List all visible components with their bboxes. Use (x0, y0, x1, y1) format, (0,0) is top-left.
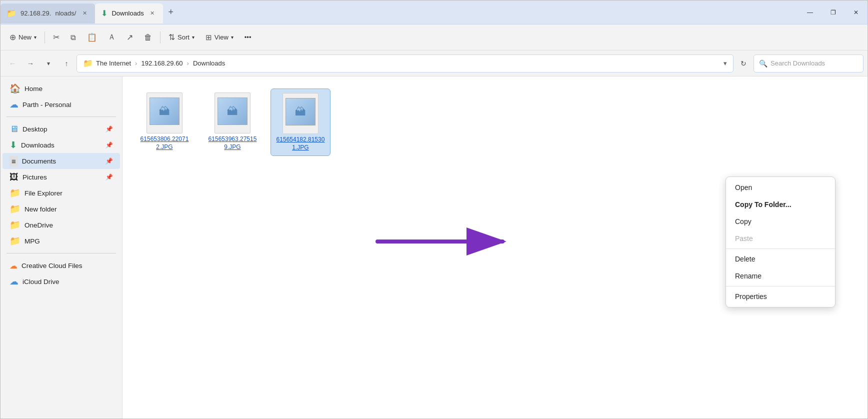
ctx-rename-label: Rename (735, 272, 762, 280)
desktop-icon: 🖥 (10, 124, 18, 134)
file-item-selected[interactable]: 🏔 615654182.815301.JPG (270, 88, 330, 156)
file-thumbnail: 🏔 (212, 92, 252, 132)
sidebar-item-onedrive[interactable]: 📁 OneDrive (2, 217, 120, 233)
tab1-close-btn[interactable]: ✕ (80, 9, 89, 18)
delete-button[interactable]: 🗑 (139, 28, 157, 46)
home-icon: 🏠 (10, 83, 20, 94)
tab1-label: 92.168.29. (20, 10, 51, 17)
sort-label: Sort (178, 34, 190, 41)
sidebar-item-home[interactable]: 🏠 Home (2, 80, 120, 96)
files-grid: 🏔 615653806.220712.JPG 🏔 615653963.27515… (134, 88, 856, 156)
new-folder-icon: 📁 (10, 204, 20, 214)
sidebar-item-pictures[interactable]: 🖼 Pictures 📌 (2, 169, 120, 185)
file-thumbnail: 🏔 (280, 93, 320, 133)
creative-cloud-label: Creative Cloud Files (22, 262, 82, 270)
onedrive-folder-icon: 📁 (10, 220, 20, 230)
close-button[interactable]: ✕ (844, 0, 868, 24)
file-name: 615653806.220712.JPG (138, 136, 190, 151)
tab-1[interactable]: 📁 92.168.29. nloads/ ✕ (0, 4, 95, 24)
up-button[interactable]: ↑ (58, 56, 74, 72)
file-name: 615653963.275159.JPG (206, 136, 258, 151)
maximize-button[interactable]: ❐ (822, 0, 844, 24)
new-tab-button[interactable]: + (163, 4, 179, 20)
sidebar-item-downloads[interactable]: ⬇ Downloads 📌 (2, 137, 120, 153)
icloud-label: iCloud Drive (22, 278, 60, 286)
cut-button[interactable]: ✂ (48, 28, 64, 46)
window-controls: — ❐ ✕ (798, 0, 868, 24)
back-button[interactable]: ← (4, 56, 20, 72)
sidebar-item-creative-cloud[interactable]: ☁ Creative Cloud Files (2, 258, 120, 274)
pictures-label: Pictures (22, 174, 47, 181)
address-folder-icon: 📁 (83, 58, 93, 68)
ctx-open[interactable]: Open (726, 179, 835, 196)
tab2-close-btn[interactable]: ✕ (148, 9, 157, 18)
image-icon: 🏔 (159, 105, 170, 118)
address-sep2: › (187, 60, 189, 67)
ctx-paste: Paste (726, 230, 835, 247)
onedrive-label: OneDrive (24, 222, 53, 229)
tab-2[interactable]: ⬇ Downloads ✕ (95, 4, 162, 24)
file-explorer-label: File Explorer (24, 190, 62, 197)
downloads-label: Downloads (21, 142, 54, 149)
sidebar-item-new-folder[interactable]: 📁 New folder (2, 201, 120, 217)
sidebar-item-file-explorer[interactable]: 📁 File Explorer (2, 185, 120, 201)
view-button[interactable]: ⊞ View ▾ (200, 28, 238, 46)
sort-button[interactable]: ⇅ Sort ▾ (164, 28, 200, 46)
tab2-label: Downloads (112, 10, 144, 17)
creative-cloud-icon: ☁ (10, 261, 18, 270)
toolbar-separator-1 (44, 32, 45, 44)
onedrive-personal-icon: ☁ (10, 99, 18, 110)
search-bar[interactable]: 🔍 Search Downloads (754, 54, 864, 72)
file-name: 615654182.815301.JPG (275, 136, 326, 152)
share-button[interactable]: ↗ (122, 28, 138, 46)
desktop-label: Desktop (22, 126, 48, 133)
file-item[interactable]: 🏔 615653963.275159.JPG (202, 88, 262, 156)
ctx-copy[interactable]: Copy (726, 213, 835, 230)
file-item[interactable]: 🏔 615653806.220712.JPG (134, 88, 194, 156)
mpg-label: MPG (24, 238, 40, 245)
addressbar-area: ← → ▾ ↑ 📁 The Internet › 192.168.29.60 ›… (0, 50, 868, 76)
new-label: New (18, 34, 32, 41)
sidebar-item-icloud[interactable]: ☁ iCloud Drive (2, 274, 120, 290)
new-chevron-icon: ▾ (34, 34, 36, 40)
file-thumb-image: 🏔 (150, 98, 180, 125)
share-icon: ↗ (126, 32, 133, 42)
recent-button[interactable]: ▾ (40, 56, 56, 72)
view-chevron-icon: ▾ (231, 34, 234, 40)
sidebar-item-mpg[interactable]: 📁 MPG (2, 233, 120, 249)
copy-icon: ⧉ (70, 33, 76, 42)
ctx-delete[interactable]: Delete (726, 250, 835, 268)
sidebar-item-documents[interactable]: ≡ Documents 📌 (2, 153, 120, 169)
address-bar[interactable]: 📁 The Internet › 192.168.29.60 › Downloa… (76, 54, 734, 72)
main-area: 🏠 Home ☁ Parth - Personal 🖥 Desktop 📌 ⬇ … (0, 76, 868, 418)
toolbar: ⊕ New ▾ ✂ ⧉ 📋 Ａ ↗ 🗑 ⇅ S (0, 24, 868, 50)
minimize-button[interactable]: — (798, 0, 822, 24)
ctx-properties[interactable]: Properties (726, 288, 835, 305)
refresh-button[interactable]: ↻ (736, 56, 752, 72)
ctx-copy-to-folder-label: Copy To Folder... (735, 200, 792, 208)
toolbar-separator-2 (160, 32, 160, 44)
view-icon: ⊞ (206, 33, 212, 42)
titlebar: 📁 92.168.29. nloads/ ✕ ⬇ Downloads ✕ + —… (0, 0, 868, 24)
sidebar-item-parth-personal[interactable]: ☁ Parth - Personal (2, 96, 120, 112)
icloud-icon: ☁ (10, 276, 18, 287)
paste-button[interactable]: 📋 (82, 28, 102, 46)
more-button[interactable]: ••• (240, 28, 256, 46)
titlebar-tabs: 📁 92.168.29. nloads/ ✕ ⬇ Downloads ✕ + (0, 0, 798, 24)
file-thumbnail: 🏔 (144, 92, 184, 132)
sidebar-item-desktop[interactable]: 🖥 Desktop 📌 (2, 121, 120, 137)
cut-icon: ✂ (53, 32, 60, 42)
ctx-copy-to-folder[interactable]: Copy To Folder... (726, 196, 835, 213)
file-explorer-icon: 📁 (10, 188, 20, 198)
ctx-paste-label: Paste (735, 234, 753, 242)
delete-icon: 🗑 (144, 33, 152, 42)
copy-button[interactable]: ⧉ (66, 28, 81, 46)
image-icon: 🏔 (295, 106, 306, 118)
downloads-icon: ⬇ (10, 140, 17, 150)
new-button[interactable]: ⊕ New ▾ (4, 28, 42, 46)
file-thumb-image: 🏔 (218, 98, 248, 125)
rename-button[interactable]: Ａ (103, 28, 120, 46)
ctx-rename[interactable]: Rename (726, 268, 835, 284)
address-path3: Downloads (193, 60, 225, 67)
forward-button[interactable]: → (22, 56, 38, 72)
